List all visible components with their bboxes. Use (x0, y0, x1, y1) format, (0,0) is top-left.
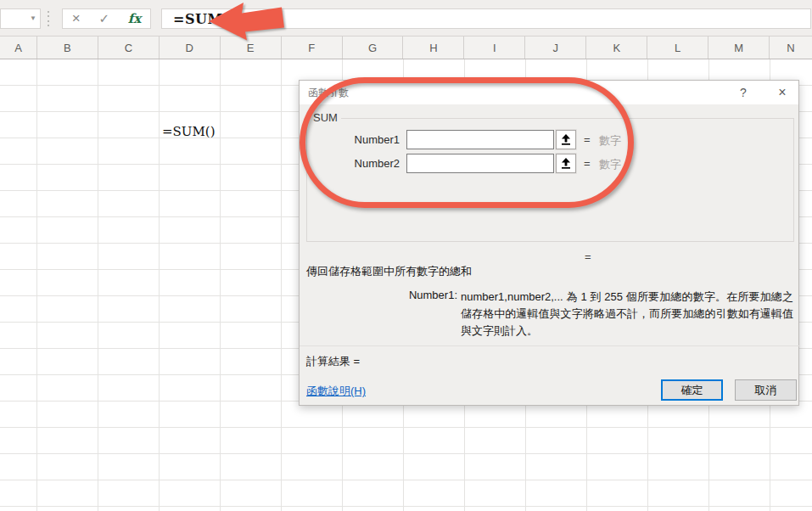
column-header[interactable]: D (160, 36, 221, 59)
number1-equals: = (584, 133, 591, 146)
formula-bar[interactable]: =SUM( (161, 8, 811, 29)
argument-name: Number1: (350, 289, 457, 301)
column-header-row: A B C D E F G H I J K L M N (0, 36, 812, 59)
calc-result-label: 計算結果 = (306, 354, 360, 369)
dialog-help-icon[interactable]: ? (731, 81, 756, 104)
result-preview-equals: = (585, 250, 591, 263)
column-header[interactable]: E (221, 36, 282, 59)
argument-description: number1,number2,... 為 1 到 255 個所要加總的數字。在… (461, 289, 793, 340)
formula-bar-text: =SUM( (173, 10, 230, 28)
formula-bar-strip: ▼ × ✓ fx =SUM( (0, 0, 812, 36)
cell-D1[interactable]: =SUM() (162, 120, 221, 145)
cancel-entry-icon[interactable]: × (72, 9, 81, 28)
number1-range-selector-button[interactable] (556, 130, 576, 149)
dialog-titlebar: 函數引數 ? × (300, 81, 798, 104)
enter-entry-icon[interactable]: ✓ (98, 9, 109, 28)
column-header[interactable]: C (98, 36, 160, 59)
range-selector-icon (561, 158, 571, 169)
range-selector-icon (561, 134, 571, 145)
formula-button-group: × ✓ fx (62, 8, 151, 29)
name-box[interactable]: ▼ (0, 8, 41, 29)
number2-equals: = (584, 157, 591, 170)
number2-range-selector-button[interactable] (556, 154, 576, 173)
column-header[interactable]: N (770, 36, 812, 59)
number2-result-type: 數字 (599, 157, 621, 172)
number1-label: Number1 (316, 133, 400, 146)
column-header[interactable]: B (37, 36, 98, 59)
function-help-link[interactable]: 函數說明(H) (306, 384, 366, 399)
insert-function-icon[interactable]: fx (128, 9, 141, 28)
number2-input[interactable] (406, 154, 554, 173)
column-header[interactable]: F (282, 36, 343, 59)
column-header[interactable]: L (647, 36, 708, 59)
grip-dots-icon (47, 11, 50, 26)
ok-button[interactable]: 確定 (661, 379, 723, 401)
name-box-dropdown-icon[interactable]: ▼ (30, 14, 36, 23)
excel-window: ▼ × ✓ fx =SUM( A B C D E F G H I J K L M… (0, 0, 812, 511)
column-header[interactable]: A (0, 36, 37, 59)
cancel-button[interactable]: 取消 (735, 379, 797, 401)
column-header[interactable]: H (403, 36, 464, 59)
column-header[interactable]: M (708, 36, 770, 59)
dialog-title: 函數引數 (308, 81, 349, 104)
column-header[interactable]: I (464, 36, 525, 59)
group-box-label: SUM (310, 111, 341, 124)
dialog-close-icon[interactable]: × (770, 81, 795, 104)
function-description: 傳回儲存格範圍中所有數字的總和 (306, 264, 790, 279)
column-header[interactable]: J (525, 36, 586, 59)
column-header[interactable]: K (586, 36, 647, 59)
number2-label: Number2 (316, 157, 400, 170)
number1-input[interactable] (406, 130, 554, 149)
number1-result-type: 數字 (599, 133, 621, 149)
dialog-separator (300, 345, 800, 346)
function-arguments-dialog: 函數引數 ? × SUM Number1 = 數字 Number2 (299, 80, 799, 406)
column-header[interactable]: G (343, 36, 404, 59)
